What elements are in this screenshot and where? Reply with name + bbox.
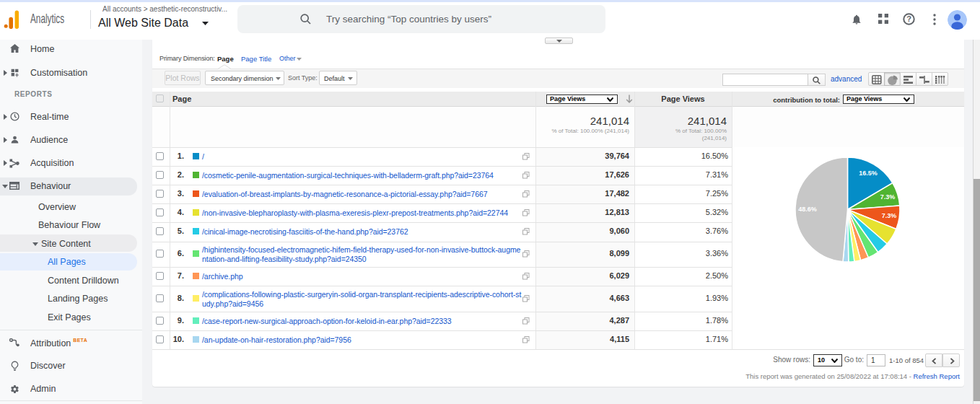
svg-text:48.6%: 48.6% xyxy=(798,206,817,213)
svg-text:7.3%: 7.3% xyxy=(882,212,897,219)
svg-text:16.5%: 16.5% xyxy=(859,170,878,177)
svg-text:7.3%: 7.3% xyxy=(880,193,896,201)
svg-text:?: ? xyxy=(906,14,911,23)
